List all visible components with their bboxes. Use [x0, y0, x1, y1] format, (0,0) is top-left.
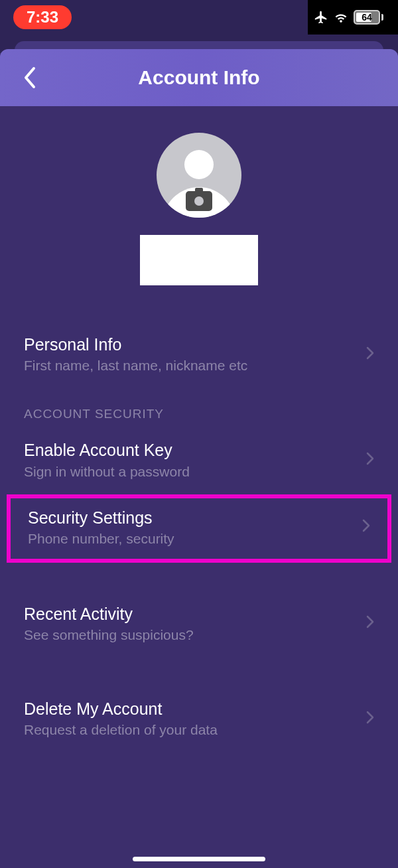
account-name-redacted: [140, 235, 258, 285]
item-title: Delete My Account: [24, 699, 218, 719]
personal-info-item[interactable]: Personal Info First name, last name, nic…: [0, 323, 398, 388]
status-bar: 7:33 64: [0, 0, 398, 35]
recent-activity-item[interactable]: Recent Activity See something suspicious…: [0, 592, 398, 658]
battery-indicator: 64: [354, 10, 383, 25]
chevron-right-icon: [366, 452, 374, 468]
home-indicator[interactable]: [133, 857, 265, 861]
item-subtitle: Sign in without a password: [24, 464, 190, 480]
item-subtitle: Phone number, security: [28, 531, 174, 547]
screen: 7:33 64 Account Info: [0, 0, 398, 868]
page-header: Account Info: [0, 49, 398, 106]
item-subtitle: Request a deletion of your data: [24, 722, 218, 738]
chevron-right-icon: [366, 615, 374, 631]
item-subtitle: First name, last name, nickname etc: [24, 358, 247, 374]
item-title: Enable Account Key: [24, 440, 190, 461]
chevron-right-icon: [362, 519, 370, 535]
security-settings-item[interactable]: Security Settings Phone number, security: [7, 494, 391, 563]
avatar-container: [0, 133, 398, 218]
item-title: Security Settings: [28, 508, 174, 528]
account-security-header: ACCOUNT SECURITY: [0, 388, 398, 428]
chevron-left-icon: [22, 66, 36, 90]
back-button[interactable]: [15, 63, 44, 92]
airplane-mode-icon: [314, 10, 328, 25]
enable-account-key-item[interactable]: Enable Account Key Sign in without a pas…: [0, 428, 398, 494]
chevron-right-icon: [366, 711, 374, 727]
item-subtitle: See something suspicious?: [24, 627, 194, 643]
item-title: Recent Activity: [24, 604, 194, 624]
battery-level: 64: [362, 12, 372, 23]
camera-icon: [186, 191, 212, 211]
settings-list: Personal Info First name, last name, nic…: [0, 323, 398, 753]
status-indicators: 64: [314, 0, 385, 35]
item-title: Personal Info: [24, 334, 247, 355]
delete-account-item[interactable]: Delete My Account Request a deletion of …: [0, 687, 398, 753]
page-title: Account Info: [0, 66, 398, 89]
chevron-right-icon: [366, 346, 374, 362]
wifi-icon: [334, 11, 348, 24]
status-time-recording: 7:33: [13, 5, 72, 29]
content: Personal Info First name, last name, nic…: [0, 106, 398, 868]
avatar[interactable]: [157, 133, 241, 218]
